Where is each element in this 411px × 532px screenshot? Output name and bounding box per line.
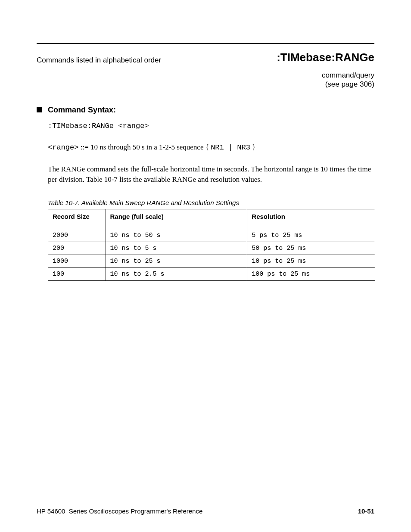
- footer-doc-title: HP 54600–Series Oscilloscopes Programmer…: [37, 507, 202, 515]
- bullet-icon: [37, 107, 42, 112]
- cell-range: 10 ns to 5 s: [106, 242, 247, 255]
- cell-res: 10 ps to 25 ms: [247, 255, 375, 268]
- cell-res: 50 ps to 25 ms: [247, 242, 375, 255]
- body-text: :TIMebase:RANGe <range> <range> ::= 10 n…: [48, 121, 374, 185]
- cell-range: 10 ns to 25 s: [106, 255, 247, 268]
- header-sub-line2: (see page 306): [325, 80, 374, 88]
- header-command: :TIMebase:RANGe: [277, 51, 374, 64]
- section-command-syntax: Command Syntax: :TIMebase:RANGe <range> …: [37, 106, 374, 281]
- cell-range: 10 ns to 2.5 s: [106, 268, 247, 280]
- cell-res: 100 ps to 25 ms: [247, 268, 375, 280]
- cell-size: 1000: [48, 255, 106, 268]
- table-row: 200 10 ns to 5 s 50 ps to 25 ms: [48, 242, 375, 255]
- cell-size: 2000: [48, 229, 106, 242]
- table-row: 1000 10 ns to 25 s 10 ps to 25 ms: [48, 255, 375, 268]
- cell-size: 100: [48, 268, 106, 280]
- table-row: 2000 10 ns to 50 s 5 ps to 25 ms: [48, 229, 375, 242]
- footer: HP 54600–Series Oscilloscopes Programmer…: [37, 507, 374, 515]
- footer-page-number: 10‑51: [358, 507, 374, 515]
- syntax-line: :TIMebase:RANGe <range>: [48, 122, 149, 130]
- cell-size: 200: [48, 242, 106, 255]
- arg-label-suffix: ::= 10 ns through 50 s in a 1‑2‑5 sequen…: [81, 143, 209, 151]
- section-title: Command Syntax:: [48, 106, 116, 115]
- header-sub-line1: command/query: [322, 71, 374, 79]
- th-record-size: Record Size: [48, 209, 106, 229]
- arg-label-close: }: [252, 143, 255, 151]
- arg-types: NR1 | NR3: [211, 143, 250, 152]
- table-header-row: Record Size Range (full scale) Resolutio…: [48, 209, 375, 229]
- th-range: Range (full scale): [106, 209, 247, 229]
- table-row: 100 10 ns to 2.5 s 100 ps to 25 ms: [48, 268, 375, 280]
- cell-res: 5 ps to 25 ms: [247, 229, 375, 242]
- arg-label: <range>: [48, 143, 78, 152]
- table-caption: Table 10-7. Available Main Sweep RANGe a…: [48, 199, 375, 209]
- cell-range: 10 ns to 50 s: [106, 229, 247, 242]
- range-table: Table 10-7. Available Main Sweep RANGe a…: [48, 199, 375, 281]
- para: The RANGe command sets the full‑scale ho…: [48, 165, 371, 184]
- header-left-title: Commands listed in alphabetical order: [37, 56, 161, 65]
- th-resolution: Resolution: [247, 209, 375, 229]
- header-region: Commands listed in alphabetical order :T…: [37, 43, 374, 95]
- header-sub: command/query (see page 306): [322, 71, 374, 89]
